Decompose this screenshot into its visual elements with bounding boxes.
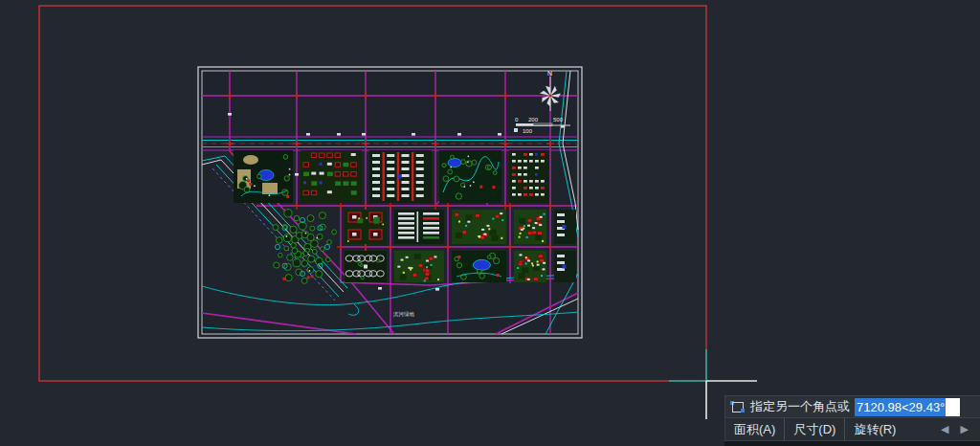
option-nav-arrows: ◀ ▶ bbox=[941, 423, 980, 435]
scale-tick-200: 200 bbox=[528, 117, 539, 123]
option-area-button[interactable]: 面积(A) bbox=[725, 418, 784, 441]
compass-north-label: N bbox=[547, 70, 552, 77]
distance-angle-input[interactable]: 7120.98<29.43° bbox=[855, 398, 960, 416]
scale-tick-500: 500 bbox=[553, 117, 564, 123]
dynamic-input-panel: 指定另一个角点或 7120.98<29.43° 面积(A) 尺寸(D) 旋转(R… bbox=[724, 395, 980, 446]
riverside-area-label: 滨河绿地 bbox=[393, 311, 415, 318]
option-rotation-button[interactable]: 旋转(R) bbox=[845, 418, 904, 441]
prompt-label: 指定另一个角点或 bbox=[750, 398, 850, 415]
dynamic-input-prompt-row: 指定另一个角点或 7120.98<29.43° bbox=[724, 395, 980, 418]
input-selected-text: 7120.98<29.43° bbox=[855, 398, 946, 416]
panel-bottom-strip bbox=[724, 441, 980, 446]
nav-right-icon[interactable]: ▶ bbox=[961, 423, 969, 435]
cad-canvas[interactable]: N 0 200 500 100 滨河绿地 指定另一个角点或 7120.98<29… bbox=[0, 0, 980, 446]
scale-sub-label: 100 bbox=[523, 128, 533, 134]
command-options-row: 面积(A) 尺寸(D) 旋转(R) ◀ ▶ bbox=[724, 418, 980, 441]
city-map bbox=[198, 67, 582, 338]
specify-corner-icon bbox=[730, 401, 745, 413]
option-dimensions-button[interactable]: 尺寸(D) bbox=[784, 418, 845, 441]
nav-left-icon[interactable]: ◀ bbox=[941, 423, 948, 435]
cad-drawing: N 0 200 500 100 滨河绿地 bbox=[0, 0, 980, 446]
